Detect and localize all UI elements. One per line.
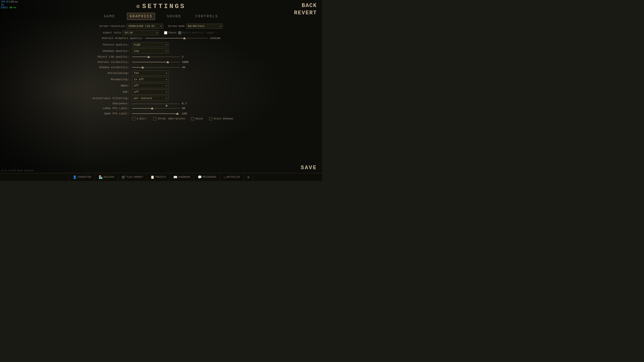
settings-list: Texture quality: highmediumlow Shadows q…: [88, 42, 234, 120]
visibility-slider[interactable]: [132, 60, 180, 64]
multimonitor-checkbox: [178, 31, 181, 34]
vsync-group: VSync Multi-monitor suppo...: [164, 30, 219, 35]
shadows-quality-label: Shadows quality:: [88, 50, 132, 53]
visibility-control: 1000: [132, 60, 234, 64]
bottom-watchlist[interactable]: ⚠ WATCHLIST: [220, 173, 244, 181]
resolution-label: Screen resolution: [99, 25, 125, 28]
hud-fps: 60: [10, 6, 12, 9]
page-title: SETTINGS: [142, 3, 186, 10]
bottom-presets[interactable]: 📋 PRESETS: [147, 173, 170, 181]
hbao-dropdown[interactable]: offon: [132, 83, 169, 88]
antialiasing-dropdown[interactable]: TAAFXAAoff: [132, 71, 169, 76]
watchlist-icon: ⚠: [224, 175, 226, 179]
ssr-dropdown[interactable]: offon: [132, 89, 169, 95]
shadow-visibility-thumb: [141, 66, 144, 68]
overall-quality-fill: [145, 38, 184, 38]
resolution-dropdown[interactable]: 644x362 (16:9): [127, 24, 163, 29]
lod-quality-row: Object LOD quality: 2: [88, 55, 234, 59]
chrom-checkbox-item[interactable]: Chrom. aberrations: [153, 117, 185, 120]
sharpness-row: Sharpness: 0.7: [88, 102, 234, 105]
texture-dropdown-wrapper: highmediumlow: [132, 42, 169, 47]
screen-mode-dropdown[interactable]: Borderless: [186, 24, 223, 29]
visibility-fill: [132, 62, 168, 62]
tabs: GAME GRAPHICS SOUND CONTROLS: [102, 13, 220, 20]
tab-game[interactable]: GAME: [102, 13, 117, 20]
hbao-dropdown-wrapper: offon: [132, 83, 169, 88]
lod-thumb: [147, 56, 150, 58]
presets-label: PRESETS: [155, 176, 166, 178]
resampling-dropdown[interactable]: 1x off: [132, 77, 169, 82]
shadow-visibility-label: Shadow visibility:: [88, 66, 132, 69]
game-fps-slider[interactable]: [132, 112, 180, 116]
sharpness-slider[interactable]: [132, 103, 180, 104]
messenger-icon: 💬: [198, 175, 202, 179]
overall-quality-value: custom: [210, 37, 220, 40]
bottom-messenger[interactable]: 💬 MESSENGER: [194, 173, 220, 181]
sharpness-thumb-indicator: [166, 105, 168, 106]
flea-label: FLEA MARKET: [127, 176, 143, 178]
title-area: ⚙ SETTINGS: [136, 3, 186, 10]
aniso-dropdown-wrapper: per texture2x4x8x16x: [132, 96, 169, 101]
aspect-dropdown[interactable]: 16:10: [123, 30, 159, 35]
hud-cpu-label: CPU: [1, 1, 5, 4]
shadows-quality-row: Shadows quality: lowmediumhigh: [88, 49, 234, 54]
noise-checkbox-item[interactable]: Noise: [191, 117, 203, 120]
resolution-group: Screen resolution 644x362 (16:9): [99, 24, 163, 29]
ssr-dropdown-wrapper: offon: [132, 89, 169, 95]
texture-quality-dropdown[interactable]: highmediumlow: [132, 42, 169, 47]
game-fps-control: 120: [132, 112, 234, 116]
tab-graphics[interactable]: GRAPHICS: [127, 13, 155, 20]
overall-quality-slider[interactable]: [145, 36, 208, 40]
version-text: 0.12.4.6716 Beta version: [1, 169, 34, 172]
shadows-quality-dropdown[interactable]: lowmediumhigh: [132, 49, 169, 54]
lobby-fps-control: 50: [132, 106, 234, 110]
visibility-thumb: [167, 61, 169, 63]
hud-overlay: CPU 39 1350 MHz 16 D3011 60 FPS: [1, 1, 18, 9]
dealers-icon: 🏪: [99, 175, 103, 179]
back-button[interactable]: BACK: [302, 3, 317, 9]
lobby-fps-fill: [132, 108, 152, 109]
save-button[interactable]: SAVE: [301, 165, 317, 171]
resampling-label: Resampling:: [88, 78, 132, 81]
multimonitor-label: Multi-monitor suppo...: [182, 31, 219, 34]
lobby-fps-slider[interactable]: [132, 106, 180, 110]
revert-button[interactable]: REVERT: [294, 10, 317, 16]
visibility-row: Overall visibility: 1000: [88, 60, 234, 64]
checkboxes-row: Z-Blur: Chrom. aberrations Noise Grass S…: [132, 117, 234, 120]
vsync-checkbox[interactable]: [164, 31, 167, 34]
vsync-checkbox-label[interactable]: VSync: [164, 31, 177, 34]
resampling-row: Resampling: 1x off: [88, 77, 234, 82]
aniso-control: per texture2x4x8x16x: [132, 96, 234, 101]
tab-controls[interactable]: CONTROLS: [193, 13, 220, 20]
zblur-checkbox-item[interactable]: Z-Blur:: [132, 117, 147, 120]
shadow-visibility-fill: [132, 67, 143, 68]
texture-quality-label: Texture quality:: [88, 43, 132, 46]
aniso-dropdown[interactable]: per texture2x4x8x16x: [132, 96, 169, 101]
shadow-visibility-slider[interactable]: [132, 65, 180, 69]
lod-slider[interactable]: [132, 55, 180, 59]
handbook-icon: 📖: [173, 175, 177, 179]
settings-icon: ⚙: [248, 175, 250, 179]
texture-quality-row: Texture quality: highmediumlow: [88, 42, 234, 47]
ssr-control: offon: [132, 89, 234, 95]
bottom-settings[interactable]: ⚙: [244, 173, 253, 181]
zblur-checkbox-label: Z-Blur:: [137, 117, 147, 120]
bottom-handbook[interactable]: 📖 HANDBOOK: [170, 173, 194, 181]
noise-checkbox-box: [191, 117, 194, 120]
sharpness-control: 0.7: [132, 102, 234, 105]
shadow-visibility-control: 40: [132, 65, 234, 69]
bottom-character[interactable]: 👤 CHARACTER: [69, 173, 95, 181]
hud-cpu-mhz: 1350: [9, 1, 14, 3]
lobby-fps-thumb: [151, 107, 153, 109]
bottom-dealers[interactable]: 🏪 DEALERS: [95, 173, 118, 181]
resolution-dropdown-wrapper: 644x362 (16:9): [127, 24, 163, 29]
tab-sound[interactable]: SOUND: [165, 13, 183, 20]
grass-checkbox-item[interactable]: Grass Shadows: [209, 117, 233, 120]
aspect-group: Aspect ratio 16:10: [103, 30, 159, 35]
lobby-fps-value: 50: [182, 107, 191, 110]
bottom-flea[interactable]: 🛒 FLEA MARKET: [118, 173, 147, 181]
game-fps-thumb: [176, 112, 179, 115]
presets-icon: 📋: [150, 175, 154, 179]
main-content: ⚙ SETTINGS GAME GRAPHICS SOUND CONTROLS …: [0, 0, 322, 181]
shadow-visibility-value: 40: [182, 66, 191, 69]
